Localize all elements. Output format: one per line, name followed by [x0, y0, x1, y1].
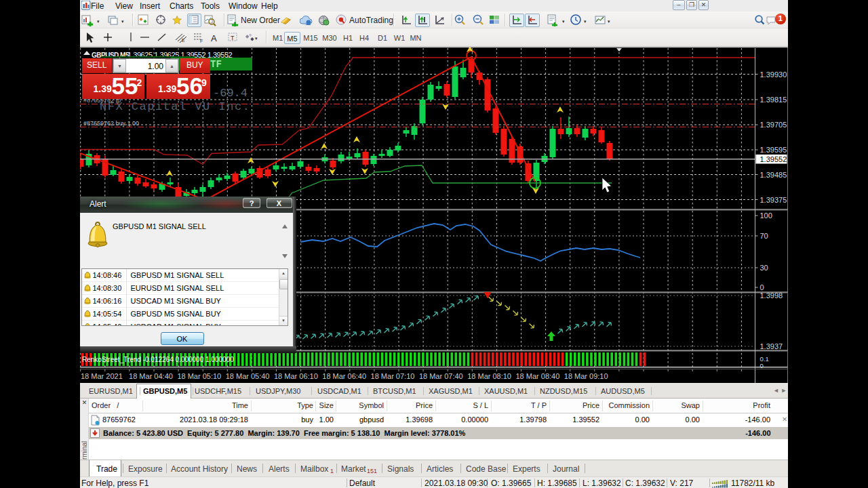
- svg-text:1.39705: 1.39705: [760, 121, 787, 129]
- svg-text:0: 0: [760, 362, 764, 369]
- svg-text:E: E: [182, 38, 185, 43]
- svg-text:1.39375: 1.39375: [760, 196, 787, 204]
- svg-text:18 Mar 07:40: 18 Mar 07:40: [419, 372, 463, 380]
- svg-text:18 Mar 04:40: 18 Mar 04:40: [129, 372, 173, 380]
- svg-text:0: 0: [760, 283, 764, 291]
- svg-text:100: 100: [760, 211, 772, 220]
- svg-text:18 Mar 09:10: 18 Mar 09:10: [564, 372, 608, 380]
- svg-text:70: 70: [760, 232, 768, 240]
- svg-text:1.39552: 1.39552: [760, 155, 787, 163]
- svg-text:18 Mar 08:10: 18 Mar 08:10: [467, 372, 511, 380]
- svg-text:1.39930: 1.39930: [760, 70, 787, 79]
- svg-text:1.39815: 1.39815: [760, 96, 787, 104]
- svg-text:18 Mar 06:40: 18 Mar 06:40: [322, 372, 366, 380]
- svg-text:18 Mar 06:10: 18 Mar 06:10: [274, 372, 318, 380]
- svg-text:18 Mar 05:10: 18 Mar 05:10: [177, 372, 221, 380]
- svg-text:#87659762 buy 1.00: #87659762 buy 1.00: [83, 120, 139, 127]
- svg-text:18 Mar 07:10: 18 Mar 07:10: [371, 372, 415, 380]
- svg-text:1.39485: 1.39485: [760, 171, 787, 179]
- svg-text:18 Mar 05:40: 18 Mar 05:40: [226, 372, 270, 380]
- svg-text:T: T: [231, 35, 235, 41]
- svg-text:RenkoStreet_Trend -0.012264 0.: RenkoStreet_Trend -0.012264 0.000000 1.0…: [82, 356, 234, 363]
- svg-text:18 Mar 08:40: 18 Mar 08:40: [515, 372, 559, 380]
- svg-text:1.39595: 1.39595: [760, 146, 787, 154]
- svg-text:F: F: [200, 39, 203, 43]
- svg-text:1.3937: 1.3937: [760, 342, 783, 350]
- svg-text:30: 30: [760, 264, 768, 272]
- svg-text:1.3998: 1.3998: [760, 291, 783, 300]
- svg-text:18 Mar 2021: 18 Mar 2021: [81, 372, 123, 380]
